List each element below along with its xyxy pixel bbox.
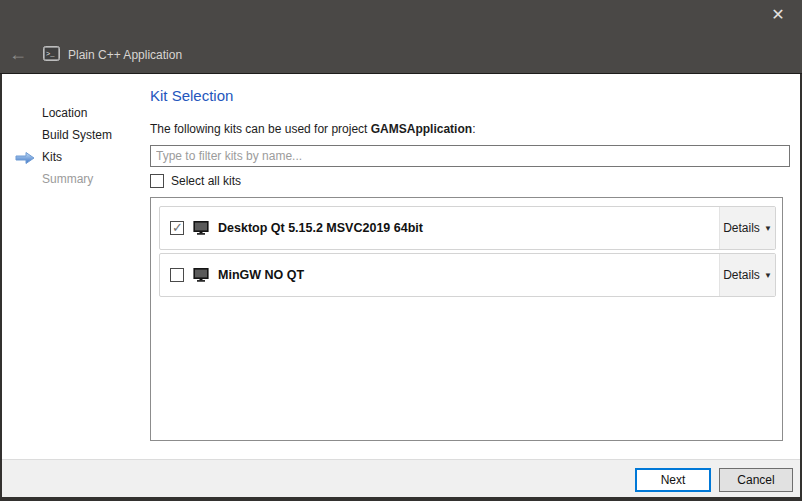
sidebar-item-label: Location [42, 106, 87, 120]
kit-row-desktop-qt[interactable]: Desktop Qt 5.15.2 MSVC2019 64bit Details… [159, 206, 776, 250]
titlebar: ← >_ Plain C++ Application ✕ [0, 0, 802, 74]
wizard-footer: Next Cancel [2, 459, 800, 497]
wizard-steps-sidebar: Location Build System Kits [2, 102, 150, 190]
wizard-content: Location Build System Kits [2, 74, 800, 459]
description-text: The following kits can be used for proje… [150, 122, 371, 136]
sidebar-item-label: Build System [42, 128, 112, 142]
close-icon[interactable]: ✕ [767, 5, 789, 25]
page-title: Kit Selection [150, 87, 790, 104]
select-all-kits-row[interactable]: Select all kits [150, 174, 790, 188]
wizard-window: ← >_ Plain C++ Application ✕ Location Bu… [0, 0, 802, 501]
sidebar-item-label: Kits [42, 150, 62, 164]
sidebar-item-location[interactable]: Location [2, 102, 150, 124]
svg-text:>_: >_ [46, 50, 55, 58]
select-all-checkbox[interactable] [150, 174, 164, 188]
sidebar-item-kits[interactable]: Kits [2, 146, 150, 168]
desktop-monitor-icon [193, 221, 209, 235]
kit-checkbox[interactable] [170, 268, 184, 282]
details-button[interactable]: Details ▼ [719, 207, 775, 249]
back-arrow-icon[interactable]: ← [9, 44, 27, 64]
details-button[interactable]: Details ▼ [719, 254, 775, 296]
desktop-monitor-icon [193, 268, 209, 282]
sidebar-item-build-system[interactable]: Build System [2, 124, 150, 146]
kits-description: The following kits can be used for proje… [150, 122, 790, 136]
chevron-down-icon: ▼ [764, 271, 772, 280]
details-label: Details [723, 221, 760, 235]
kit-name: Desktop Qt 5.15.2 MSVC2019 64bit [218, 221, 423, 235]
project-name: GAMSApplication [371, 122, 472, 136]
kit-list: Desktop Qt 5.15.2 MSVC2019 64bit Details… [150, 197, 783, 441]
next-button[interactable]: Next [635, 468, 711, 492]
kit-selection-pane: Kit Selection The following kits can be … [150, 74, 790, 441]
kit-checkbox[interactable] [170, 221, 184, 235]
details-label: Details [723, 268, 760, 282]
sidebar-item-label: Summary [42, 172, 93, 186]
description-suffix: : [472, 122, 475, 136]
chevron-down-icon: ▼ [764, 224, 772, 233]
window-title: Plain C++ Application [68, 48, 182, 62]
kit-row-mingw[interactable]: MinGW NO QT Details ▼ [159, 253, 776, 297]
terminal-app-icon: >_ [43, 46, 60, 65]
cancel-button[interactable]: Cancel [719, 468, 793, 492]
select-all-label: Select all kits [171, 174, 241, 188]
kit-filter-input[interactable] [150, 145, 790, 167]
kit-name: MinGW NO QT [218, 268, 304, 282]
sidebar-item-summary: Summary [2, 168, 150, 190]
